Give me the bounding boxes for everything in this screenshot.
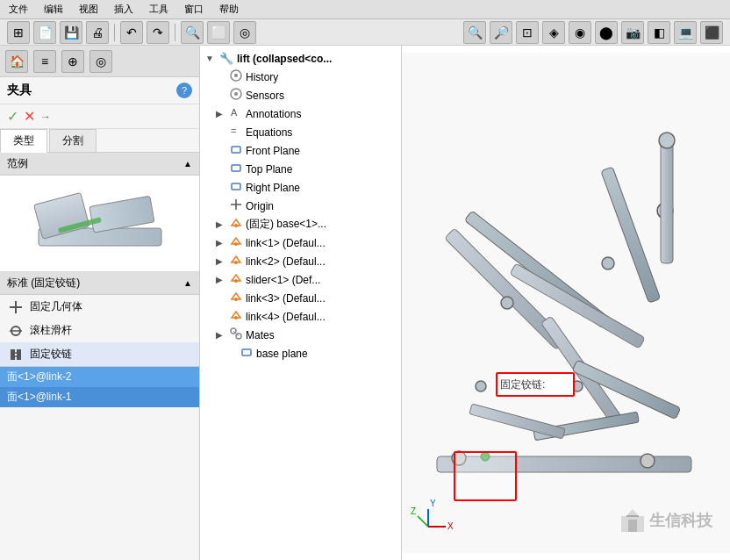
next-button[interactable]: → — [40, 111, 51, 123]
label-equations: Equations — [246, 126, 292, 139]
confirm-button[interactable]: ✓ — [7, 108, 18, 125]
zoom-button[interactable]: 🔍 — [181, 21, 204, 44]
icon-annotations: A — [230, 106, 242, 121]
main-toolbar: ⊞ 📄 💾 🖨 ↶ ↷ 🔍 ⬜ ◎ 🔍 🔎 ⊡ ◈ ◉ ⬤ 📷 ◧ 💻 ⬛ — [0, 19, 730, 46]
label-base: (固定) base<1>... — [246, 217, 326, 232]
list-icon[interactable]: ≡ — [33, 50, 56, 73]
icon-right-plane — [230, 180, 242, 195]
label-sensors: Sensors — [246, 90, 284, 102]
action-row: ✓ ✕ → — [0, 104, 199, 129]
tab-type[interactable]: 类型 — [0, 129, 47, 153]
parts-icon[interactable]: ⊡ — [516, 21, 539, 44]
std-item-label-0: 固定几何体 — [30, 299, 82, 314]
undo-button[interactable]: ↶ — [120, 21, 143, 44]
box-icon[interactable]: ⬛ — [700, 21, 723, 44]
tree-root-label: lift (collapsed<co... — [237, 53, 332, 65]
light-icon[interactable]: ◉ — [569, 21, 591, 44]
svg-rect-62 — [628, 520, 637, 532]
tree-item-right-plane[interactable]: Right Plane — [200, 178, 401, 197]
tree-item-mates[interactable]: ▶ Mates — [200, 326, 401, 344]
svg-point-43 — [501, 297, 513, 309]
new-button[interactable]: ⊞ — [7, 21, 30, 44]
menu-view[interactable]: 视图 — [75, 3, 102, 16]
menu-help[interactable]: 帮助 — [216, 3, 242, 16]
svg-text:X: X — [447, 521, 454, 531]
label-base-plane: base plane — [256, 348, 308, 360]
left-panel-icons: 🏠 ≡ ⊕ ◎ — [0, 46, 199, 77]
fanli-section-header[interactable]: 范例 ▲ — [0, 153, 199, 176]
menu-window[interactable]: 窗口 — [181, 3, 207, 16]
selected-item-1[interactable]: 面<1>@link-1 — [0, 387, 199, 407]
std-item-label-2: 固定铰链 — [30, 347, 72, 362]
tree-item-origin[interactable]: Origin — [200, 197, 401, 215]
save-button[interactable]: 💾 — [60, 21, 82, 44]
menu-edit[interactable]: 编辑 — [40, 3, 67, 16]
redo-button[interactable]: ↷ — [147, 21, 169, 44]
tree-item-history[interactable]: History — [200, 68, 401, 86]
tree-item-equations[interactable]: = Equations — [200, 123, 401, 141]
tree-item-link1[interactable]: ▶ link<1> (Defaul... — [200, 233, 401, 252]
cancel-button[interactable]: ✕ — [24, 108, 35, 125]
tree-item-slider1[interactable]: ▶ slider<1> (Def... — [200, 270, 401, 289]
selected-items: 面<1>@link-2 面<1>@link-1 — [0, 366, 199, 407]
label-link1: link<1> (Defaul... — [246, 237, 326, 249]
menu-tools[interactable]: 工具 — [146, 3, 172, 16]
camera-icon[interactable]: 📷 — [621, 21, 644, 44]
print-button[interactable]: 🖨 — [86, 21, 109, 44]
label-link3: link<3> (Defaul... — [246, 292, 326, 305]
label-annotations: Annotations — [246, 108, 301, 120]
tree-item-base-plane[interactable]: base plane — [200, 344, 401, 363]
search-icon[interactable]: 🔍 — [463, 21, 486, 44]
svg-point-22 — [234, 224, 238, 227]
selected-item-0[interactable]: 面<1>@link-2 — [0, 367, 199, 387]
expand-slider1: ▶ — [216, 275, 226, 284]
fanli-label: 范例 — [7, 156, 28, 171]
menu-bar: 文件 编辑 视图 插入 工具 窗口 帮助 — [0, 0, 730, 19]
tab-split[interactable]: 分割 — [49, 129, 97, 152]
tree-item-top-plane[interactable]: Top Plane — [200, 160, 401, 178]
tree-item-link3[interactable]: link<3> (Defaul... — [200, 289, 401, 307]
svg-point-48 — [659, 133, 675, 148]
menu-file[interactable]: 文件 — [5, 3, 32, 16]
zoom2-icon[interactable]: 🔎 — [490, 21, 512, 44]
icon-link4 — [230, 309, 242, 324]
rotate-button[interactable]: ◎ — [233, 21, 256, 44]
house-icon[interactable]: 🏠 — [5, 50, 28, 73]
standard-section-header[interactable]: 标准 (固定铰链) ▲ — [0, 272, 199, 295]
tree-item-base[interactable]: ▶ (固定) base<1>... — [200, 215, 401, 233]
tree-item-annotations[interactable]: ▶ A Annotations — [200, 104, 401, 123]
tabs-row: 类型 分割 — [0, 129, 199, 153]
tree-root[interactable]: ▼ 🔧 lift (collapsed<co... — [200, 49, 401, 68]
icon-mates — [230, 327, 242, 342]
svg-point-14 — [234, 92, 238, 96]
help-button[interactable]: ? — [176, 83, 192, 98]
open-button[interactable]: 📄 — [33, 21, 56, 44]
std-item-roller[interactable]: 滚柱滑杆 — [0, 319, 199, 342]
3d-model-svg: 固定铰链: Y X Z — [402, 46, 730, 560]
view3d-icon[interactable]: ◈ — [542, 21, 565, 44]
standard-chevron: ▲ — [183, 278, 192, 288]
label-link2: link<2> (Defaul... — [246, 255, 326, 268]
model-area: 固定铰链: Y X Z 生信科技 — [402, 46, 730, 560]
std-item-fixed-geo[interactable]: 固定几何体 — [0, 295, 199, 319]
scene-icon[interactable]: ⬤ — [595, 21, 618, 44]
menu-insert[interactable]: 插入 — [111, 3, 137, 16]
circle-icon[interactable]: ◎ — [89, 50, 112, 73]
svg-point-46 — [476, 381, 486, 391]
select-button[interactable]: ⬜ — [207, 21, 230, 44]
target-icon[interactable]: ⊕ — [61, 50, 84, 73]
display-icon[interactable]: 💻 — [674, 21, 697, 44]
tree-item-sensors[interactable]: Sensors — [200, 86, 401, 104]
icon-link3 — [230, 291, 242, 305]
icon-top-plane — [230, 162, 242, 176]
tree-item-link4[interactable]: link<4> (Defaul... — [200, 307, 401, 326]
svg-rect-54 — [454, 452, 516, 500]
watermark-text: 生信科技 — [649, 510, 712, 531]
tree-item-link2[interactable]: ▶ link<2> (Defaul... — [200, 252, 401, 270]
std-item-hinge[interactable]: 固定铰链 — [0, 342, 199, 366]
split-icon[interactable]: ◧ — [648, 21, 670, 44]
icon-link1 — [230, 235, 242, 250]
standard-label: 标准 (固定铰链) — [7, 276, 80, 291]
tree-item-front-plane[interactable]: Front Plane — [200, 141, 401, 160]
svg-rect-2 — [89, 196, 154, 233]
